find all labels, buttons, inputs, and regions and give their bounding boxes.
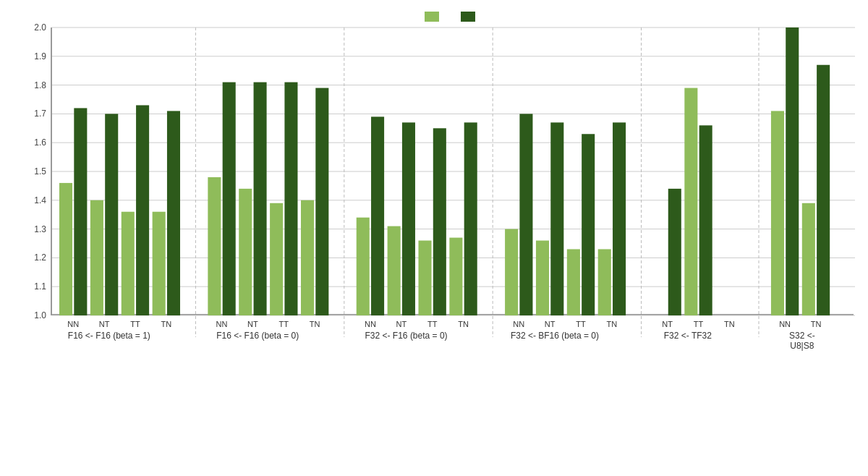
svg-text:TT: TT [694, 320, 704, 328]
svg-rect-29 [136, 105, 149, 315]
svg-rect-44 [301, 200, 314, 315]
legend-item-1 [425, 12, 443, 22]
svg-rect-22 [59, 183, 72, 315]
svg-text:TN: TN [607, 320, 618, 328]
svg-rect-39 [254, 82, 267, 315]
svg-text:1.6: 1.6 [34, 137, 46, 148]
svg-rect-35 [208, 177, 221, 315]
legend-box-2 [461, 12, 475, 22]
svg-text:NT: NT [396, 320, 407, 328]
chart-area: 1.01.11.21.31.41.51.61.71.81.92.0NNNTTTT… [51, 27, 854, 315]
svg-rect-86 [786, 27, 799, 315]
svg-text:TT: TT [130, 320, 140, 328]
svg-rect-89 [817, 65, 830, 315]
svg-rect-45 [315, 88, 328, 315]
svg-text:TT: TT [427, 320, 438, 328]
svg-rect-56 [433, 128, 446, 315]
svg-rect-25 [90, 200, 103, 315]
svg-text:TN: TN [161, 320, 171, 328]
svg-text:TN: TN [458, 320, 469, 328]
svg-rect-52 [388, 226, 401, 315]
svg-text:1.3: 1.3 [34, 224, 46, 234]
svg-rect-85 [771, 111, 784, 315]
svg-rect-66 [536, 241, 549, 315]
svg-text:1.5: 1.5 [34, 166, 46, 177]
svg-rect-67 [550, 122, 563, 315]
svg-text:1.7: 1.7 [34, 109, 46, 119]
svg-rect-28 [122, 212, 135, 315]
svg-text:1.8: 1.8 [34, 80, 46, 90]
svg-text:TT: TT [279, 320, 289, 328]
svg-rect-53 [402, 122, 415, 315]
svg-rect-26 [105, 114, 118, 315]
svg-text:F16 <- F16 (beta = 1): F16 <- F16 (beta = 1) [68, 331, 150, 341]
svg-text:NT: NT [99, 320, 110, 328]
legend-box-1 [425, 12, 439, 22]
svg-rect-63 [505, 229, 518, 315]
svg-rect-42 [284, 82, 297, 315]
svg-text:F32 <- F16 (beta = 0): F32 <- F16 (beta = 0) [365, 331, 448, 341]
svg-rect-49 [357, 218, 370, 315]
svg-rect-77 [668, 189, 681, 315]
svg-text:NN: NN [779, 320, 791, 328]
svg-text:2.0: 2.0 [34, 22, 46, 33]
svg-rect-64 [519, 114, 532, 315]
svg-rect-23 [74, 108, 87, 315]
svg-text:NN: NN [216, 320, 228, 328]
svg-rect-73 [613, 122, 626, 315]
svg-text:F32 <- BF16 (beta = 0): F32 <- BF16 (beta = 0) [511, 331, 599, 341]
svg-text:NN: NN [365, 320, 376, 328]
svg-text:1.9: 1.9 [34, 51, 46, 61]
svg-text:1.1: 1.1 [34, 281, 46, 292]
svg-rect-55 [418, 241, 431, 315]
svg-text:F32 <- TF32: F32 <- TF32 [664, 331, 712, 341]
svg-rect-72 [598, 249, 611, 315]
svg-text:NT: NT [662, 320, 673, 328]
svg-rect-79 [684, 88, 697, 315]
svg-text:U8|S8: U8|S8 [790, 341, 814, 351]
svg-text:NT: NT [247, 320, 258, 328]
svg-text:1.2: 1.2 [34, 252, 46, 263]
svg-rect-58 [449, 238, 462, 315]
svg-text:TN: TN [310, 320, 320, 328]
svg-rect-59 [464, 122, 477, 315]
svg-rect-88 [802, 203, 815, 315]
svg-text:NN: NN [513, 320, 524, 328]
svg-text:F16 <- F16 (beta = 0): F16 <- F16 (beta = 0) [216, 331, 299, 341]
svg-text:TN: TN [811, 320, 822, 328]
svg-rect-38 [239, 189, 252, 315]
svg-text:1.0: 1.0 [34, 310, 46, 320]
chart-legend [51, 12, 854, 22]
svg-rect-70 [582, 134, 595, 315]
svg-text:NN: NN [67, 320, 79, 328]
svg-rect-80 [699, 125, 712, 315]
svg-text:TN: TN [724, 320, 735, 328]
svg-rect-36 [223, 82, 236, 315]
svg-text:1.4: 1.4 [34, 195, 46, 205]
chart-container: 1.01.11.21.31.41.51.61.71.81.92.0NNNTTTT… [0, 0, 868, 476]
svg-text:NT: NT [545, 320, 556, 328]
legend-item-2 [461, 12, 480, 22]
chart-svg: 1.01.11.21.31.41.51.61.71.81.92.0NNNTTTT… [52, 27, 854, 314]
svg-rect-69 [567, 249, 580, 315]
svg-rect-41 [270, 203, 283, 315]
svg-text:S32 <-: S32 <- [789, 331, 815, 341]
svg-rect-50 [371, 116, 384, 315]
svg-rect-32 [167, 111, 180, 315]
svg-rect-31 [153, 212, 166, 315]
svg-text:TT: TT [576, 320, 586, 328]
